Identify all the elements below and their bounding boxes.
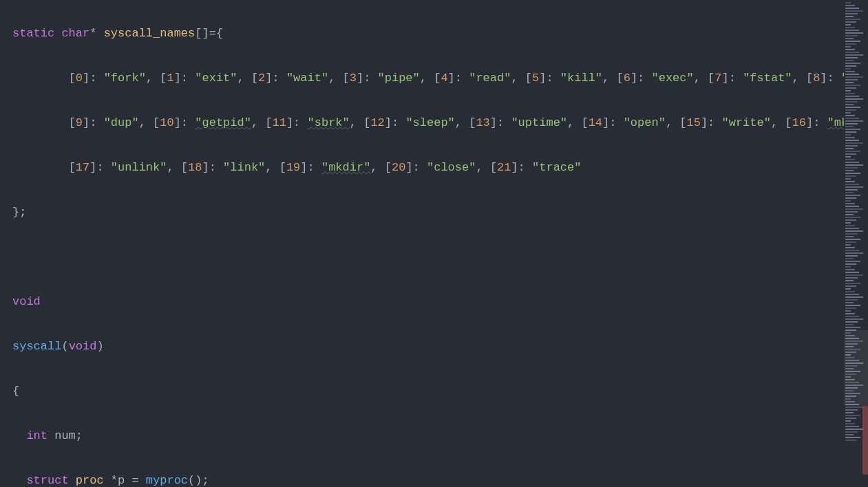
- minimap-line: [845, 145, 858, 147]
- minimap-line: [845, 173, 860, 174]
- minimap-line: [845, 35, 858, 36]
- minimap-line: [845, 412, 854, 413]
- minimap-line: [845, 57, 858, 58]
- minimap-line: [845, 192, 854, 193]
- minimap-line: [845, 200, 851, 202]
- minimap-line: [845, 52, 859, 53]
- minimap-line: [845, 247, 855, 248]
- minimap-line: [845, 206, 859, 207]
- minimap-line: [845, 233, 858, 235]
- minimap-line: [845, 272, 859, 273]
- minimap-line: [845, 120, 863, 122]
- minimap-line: [845, 291, 855, 292]
- minimap-line: [845, 307, 856, 309]
- minimap-line: [845, 255, 858, 257]
- minimap-line: [845, 8, 859, 9]
- minimap-line: [845, 19, 860, 20]
- minimap-line: [845, 76, 863, 78]
- minimap-line: [845, 63, 860, 64]
- minimap-line: [845, 142, 863, 144]
- minimap-line: [845, 294, 859, 295]
- minimap-line: [845, 429, 863, 430]
- minimap-line: [845, 225, 855, 226]
- minimap[interactable]: [844, 0, 868, 487]
- minimap-line: [845, 244, 851, 246]
- minimap-line: [845, 104, 854, 105]
- minimap-line: [845, 203, 855, 204]
- minimap-line: [845, 423, 855, 424]
- minimap-line: [845, 316, 859, 317]
- minimap-line: [845, 327, 860, 328]
- minimap-line: [845, 274, 863, 276]
- minimap-line: [845, 250, 859, 251]
- minimap-line: [845, 10, 863, 12]
- code-line: syscall(void): [12, 336, 844, 358]
- code-line: static char* syscall_names[]={: [12, 23, 844, 45]
- minimap-line: [845, 27, 855, 28]
- minimap-line: [845, 277, 858, 279]
- code-line: [17]: "unlink", [18]: "link", [19]: "mkd…: [12, 157, 844, 180]
- minimap-line: [845, 208, 863, 210]
- minimap-line: [845, 30, 859, 31]
- minimap-line: [845, 195, 860, 196]
- minimap-line: [845, 2, 851, 3]
- minimap-line: [845, 266, 851, 268]
- minimap-line: [845, 148, 854, 149]
- minimap-line: [845, 230, 863, 232]
- code-line: struct proc *p = myproc();: [12, 470, 844, 488]
- minimap-line: [845, 302, 854, 303]
- minimap-line: [845, 129, 860, 130]
- minimap-line: [845, 186, 863, 188]
- minimap-line: [845, 43, 856, 45]
- minimap-line: [845, 162, 859, 163]
- minimap-line: [845, 407, 863, 408]
- code-line: };: [12, 202, 844, 224]
- minimap-line: [845, 258, 854, 259]
- minimap-line: [845, 184, 859, 185]
- minimap-line: [845, 261, 860, 262]
- minimap-line: [845, 440, 856, 441]
- minimap-line: [845, 175, 856, 177]
- minimap-line: [845, 318, 863, 320]
- minimap-line: [845, 87, 856, 89]
- minimap-line: [845, 49, 855, 50]
- minimap-line: [845, 283, 860, 284]
- minimap-line: [845, 65, 856, 67]
- minimap-line: [845, 197, 856, 199]
- minimap-line: [845, 420, 851, 422]
- minimap-viewport[interactable]: [844, 330, 868, 406]
- minimap-line: [845, 321, 858, 323]
- minimap-line: [845, 181, 855, 182]
- minimap-line: [845, 409, 858, 411]
- minimap-line: [845, 153, 856, 155]
- minimap-line: [845, 280, 854, 281]
- minimap-line: [845, 24, 851, 25]
- minimap-line: [845, 159, 855, 160]
- minimap-line: [845, 437, 860, 438]
- minimap-line: [845, 16, 854, 17]
- minimap-line: [845, 299, 858, 301]
- minimap-line: [845, 269, 855, 270]
- minimap-line: [845, 79, 858, 80]
- minimap-line: [845, 170, 854, 171]
- minimap-line: [845, 140, 859, 141]
- minimap-line: [845, 263, 856, 265]
- minimap-line: [845, 252, 863, 254]
- minimap-line: [845, 68, 851, 69]
- minimap-line: [845, 74, 859, 75]
- minimap-line: [845, 228, 859, 229]
- minimap-line: [845, 310, 851, 312]
- minimap-line: [845, 222, 851, 224]
- minimap-line: [845, 118, 859, 119]
- scrollbar-thumb[interactable]: [862, 406, 868, 475]
- minimap-line: [845, 32, 863, 34]
- minimap-line: [845, 13, 858, 14]
- minimap-line: [845, 211, 858, 213]
- minimap-line: [845, 107, 860, 108]
- minimap-line: [845, 434, 854, 435]
- minimap-line: [845, 418, 856, 419]
- minimap-line: [845, 296, 863, 298]
- minimap-line: [845, 93, 855, 94]
- code-editor[interactable]: static char* syscall_names[]={ [0]: "for…: [12, 0, 844, 487]
- minimap-line: [845, 178, 851, 180]
